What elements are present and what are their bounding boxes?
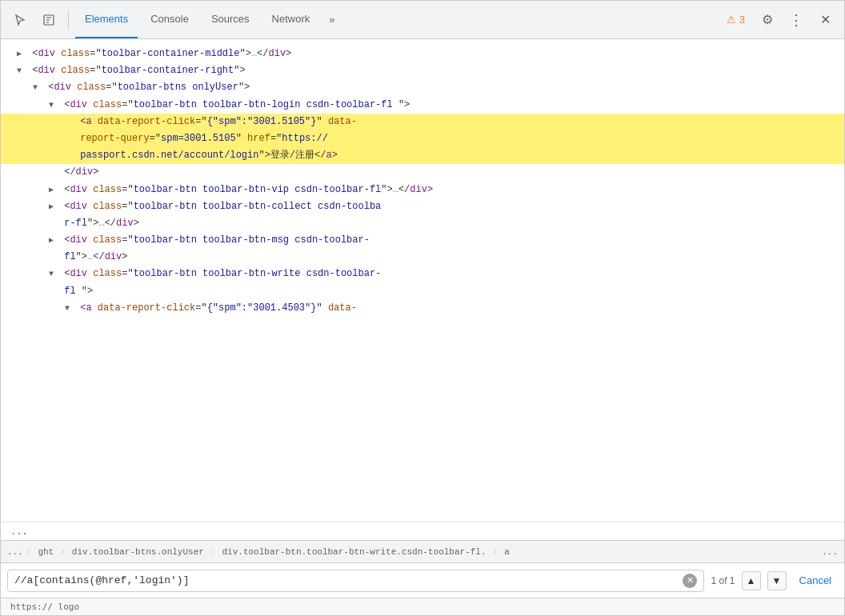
warning-icon: ⚠ — [727, 14, 736, 26]
search-prev-button[interactable]: ▲ — [742, 571, 761, 590]
breadcrumb-separator: › — [60, 547, 66, 557]
toolbar-divider — [68, 10, 69, 30]
collapse-triangle[interactable]: ▼ — [65, 302, 74, 315]
tree-line[interactable]: ▶ fl">…</div> — [1, 249, 844, 266]
search-input[interactable] — [14, 574, 679, 586]
elements-tree: ▶ <div class="toolbar-container-middle">… — [1, 39, 844, 522]
tab-elements[interactable]: Elements — [75, 1, 138, 38]
search-bar: ✕ 1 of 1 ▲ ▼ Cancel — [1, 562, 844, 598]
search-next-button[interactable]: ▼ — [767, 571, 787, 590]
collapse-triangle[interactable]: ▶ — [49, 201, 58, 214]
collapse-triangle[interactable]: ▶ — [49, 234, 58, 247]
settings-icon[interactable]: ⚙ — [755, 7, 780, 33]
tree-line[interactable]: ▼ <div class="toolbar-btns onlyUser"> — [1, 79, 844, 96]
more-tabs-button[interactable]: » — [322, 10, 341, 29]
search-count-separator: of — [719, 575, 727, 586]
tree-line[interactable]: ▼ <div class="toolbar-btn toolbar-btn-lo… — [1, 97, 844, 114]
breadcrumb-item[interactable]: div.toolbar-btn.toolbar-btn-write.csdn-t… — [218, 546, 489, 558]
breadcrumb-bar: ... › ght › div.toolbar-btns.onlyUser › … — [1, 540, 844, 562]
tree-line[interactable]: ▶ r-fl">…</div> — [1, 215, 844, 232]
breadcrumb-item[interactable]: div.toolbar-btns.onlyUser — [69, 546, 207, 558]
breadcrumb-end-more[interactable]: ... — [822, 547, 838, 557]
tree-line[interactable]: ▼ <a data-report-click="{"spm":"3001.450… — [1, 300, 844, 317]
collapse-triangle[interactable]: ▼ — [17, 65, 26, 78]
tree-line-highlighted[interactable]: ▶ <a data-report-click="{"spm":"3001.510… — [1, 114, 844, 130]
tree-line[interactable]: ▼ <div class="toolbar-btn toolbar-btn-wr… — [1, 266, 844, 282]
tree-line[interactable]: ▶ <div class="toolbar-container-middle">… — [1, 46, 844, 62]
tree-line-highlighted-cont2[interactable]: ▶ passport.csdn.net/account/login">登录/注册… — [1, 147, 844, 164]
tab-network[interactable]: Network — [262, 1, 320, 38]
search-input-wrapper: ✕ — [7, 570, 704, 592]
collapse-triangle[interactable]: ▶ — [49, 184, 58, 197]
close-icon[interactable]: ✕ — [812, 7, 838, 33]
tree-line[interactable]: ▶ fl "> — [1, 283, 844, 300]
cursor-icon[interactable] — [7, 7, 33, 33]
tree-line-highlighted-cont[interactable]: ▶ report-query="spm=3001.5105" href="htt… — [1, 130, 844, 147]
tab-sources[interactable]: Sources — [202, 1, 259, 38]
breadcrumb-separator: › — [26, 547, 32, 557]
tree-line[interactable]: ▼ <div class="toolbar-container-right"> — [1, 62, 844, 79]
devtools-toolbar: Elements Console Sources Network » ⚠ 3 ⚙… — [1, 1, 844, 39]
search-cancel-button[interactable]: Cancel — [793, 571, 838, 590]
url-bar: https:// logo — [1, 598, 844, 615]
search-count-current: 1 — [711, 575, 716, 586]
ellipsis: ... — [10, 526, 28, 537]
search-count: 1 of 1 — [711, 575, 735, 586]
bottom-dots: ... — [1, 522, 844, 540]
collapse-triangle[interactable]: ▼ — [33, 82, 42, 94]
breadcrumb-item[interactable]: ght — [34, 546, 57, 558]
warning-badge[interactable]: ⚠ 3 — [720, 10, 751, 29]
devtools-panel: Elements Console Sources Network » ⚠ 3 ⚙… — [0, 0, 845, 616]
search-clear-button[interactable]: ✕ — [683, 574, 697, 588]
breadcrumb-more[interactable]: ... — [7, 547, 23, 557]
url-text: https:// logo — [10, 602, 79, 612]
tree-line[interactable]: ▶ <div class="toolbar-btn toolbar-btn-vi… — [1, 182, 844, 198]
elements-panel: ▶ <div class="toolbar-container-middle">… — [1, 39, 844, 615]
tab-console[interactable]: Console — [141, 1, 198, 38]
tree-line[interactable]: ▶ </div> — [1, 164, 844, 181]
collapse-triangle[interactable]: ▼ — [49, 99, 58, 112]
inspect-element-icon[interactable] — [36, 7, 62, 33]
tree-line[interactable]: ▶ <div class="toolbar-btn toolbar-btn-co… — [1, 198, 844, 215]
collapse-triangle[interactable]: ▶ — [17, 48, 26, 61]
more-options-icon[interactable]: ⋮ — [783, 7, 809, 33]
tree-line[interactable]: ▶ <div class="toolbar-btn toolbar-btn-ms… — [1, 232, 844, 249]
breadcrumb-separator: › — [493, 547, 499, 557]
breadcrumb-item[interactable]: a — [501, 546, 513, 558]
breadcrumb-separator: › — [210, 547, 216, 557]
warning-count: 3 — [739, 14, 745, 26]
devtools-content: ▶ <div class="toolbar-container-middle">… — [1, 39, 844, 615]
collapse-triangle[interactable]: ▼ — [49, 268, 58, 281]
search-count-total: 1 — [730, 575, 735, 586]
